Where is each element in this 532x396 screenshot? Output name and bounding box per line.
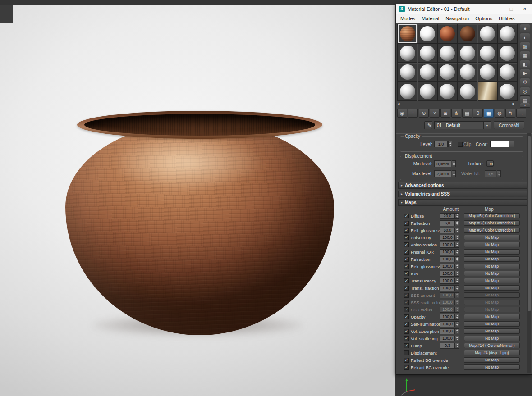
pick-material-eyedropper-icon[interactable]: ✎: [424, 121, 432, 129]
map-enable-checkbox[interactable]: ✓: [404, 314, 409, 319]
max-level-spinner[interactable]: [452, 170, 456, 177]
map-slot-button[interactable]: Map #5 ( Color Correction ): [464, 228, 520, 233]
map-amount-spinner[interactable]: [455, 328, 459, 334]
make-preview-button[interactable]: ▶: [520, 69, 530, 77]
map-amount-field[interactable]: 6,0: [440, 220, 455, 226]
menu-utilities[interactable]: Utilities: [495, 15, 518, 22]
menu-options[interactable]: Options: [472, 15, 495, 22]
map-slot-button[interactable]: No Map: [464, 242, 520, 247]
sample-slot-6[interactable]: [498, 24, 517, 43]
map-amount-field[interactable]: 100,0: [440, 292, 455, 298]
get-material-button[interactable]: ◉: [397, 109, 407, 118]
map-amount-spinner[interactable]: [455, 249, 459, 255]
show-end-result-button[interactable]: ◍: [495, 109, 504, 118]
go-forward-to-sibling-button[interactable]: →: [516, 109, 526, 118]
map-amount-field[interactable]: 100,0: [440, 307, 455, 313]
slot-scroll-right-icon[interactable]: ►: [512, 102, 515, 106]
map-slot-button[interactable]: No Map: [464, 256, 520, 262]
sample-slot-4[interactable]: [458, 24, 477, 43]
map-amount-field[interactable]: 100,0: [440, 235, 455, 241]
map-enable-checkbox[interactable]: ✓: [404, 336, 409, 341]
rollout-advanced-options[interactable]: ▸ Advanced options: [398, 182, 527, 189]
map-enable-checkbox[interactable]: ✓: [404, 264, 409, 269]
map-enable-checkbox[interactable]: ✓: [404, 278, 409, 283]
sample-slot-20[interactable]: [417, 82, 437, 101]
min-level-spinner[interactable]: [452, 160, 456, 167]
sample-slot-2[interactable]: [417, 24, 437, 43]
reset-map-mtl-button[interactable]: ×: [430, 109, 440, 118]
put-material-to-scene-button[interactable]: ↑: [408, 109, 418, 118]
slot-scroll-left-icon[interactable]: ◄: [397, 102, 400, 106]
map-slot-button[interactable]: No Map: [464, 271, 520, 276]
opacity-level-spinner[interactable]: [448, 141, 452, 147]
map-slot-button[interactable]: No Map: [464, 321, 520, 327]
sample-slot-10[interactable]: [458, 44, 477, 63]
map-slot-button[interactable]: No Map: [464, 249, 520, 255]
map-amount-field[interactable]: 100,0: [440, 328, 455, 334]
map-slot-button[interactable]: No Map: [464, 300, 520, 305]
panel-scrollbar[interactable]: [527, 133, 531, 373]
assign-material-to-selection-button[interactable]: ⊙: [419, 109, 429, 118]
sample-slot-14[interactable]: [417, 63, 437, 82]
sample-slot-23[interactable]: [477, 82, 497, 101]
map-enable-checkbox[interactable]: ✓: [404, 365, 409, 370]
make-unique-button[interactable]: ⋔: [451, 109, 461, 118]
put-to-library-button[interactable]: ▤: [462, 109, 472, 118]
map-amount-field[interactable]: 0,3: [440, 343, 455, 349]
menu-navigation[interactable]: Navigation: [442, 15, 472, 22]
map-amount-spinner[interactable]: [455, 213, 459, 219]
map-enable-checkbox[interactable]: ✓: [404, 293, 409, 298]
side-toolbar-more-icon[interactable]: ▼: [520, 103, 530, 108]
map-enable-checkbox[interactable]: ✓: [404, 257, 409, 262]
map-slot-button[interactable]: No Map: [464, 278, 520, 283]
map-slot-button[interactable]: Map #5 ( Color Correction ): [464, 213, 520, 218]
map-amount-field[interactable]: 50,0: [440, 228, 455, 233]
map-enable-checkbox[interactable]: ✓: [404, 322, 409, 327]
map-enable-checkbox[interactable]: ✓: [404, 343, 409, 348]
map-amount-field[interactable]: 20,0: [440, 213, 455, 219]
map-slot-button[interactable]: Map #4 (disp_1.jpg): [464, 350, 520, 355]
opacity-color-map-button[interactable]: [509, 141, 514, 147]
map-slot-button[interactable]: No Map: [464, 292, 520, 298]
menu-modes[interactable]: Modes: [397, 15, 418, 22]
map-amount-field[interactable]: 100,0: [440, 271, 455, 277]
map-enable-checkbox[interactable]: ✓: [404, 286, 409, 291]
map-enable-checkbox[interactable]: ✓: [404, 214, 409, 218]
map-amount-spinner[interactable]: [455, 228, 459, 233]
max-level-field[interactable]: 2,0mm: [434, 170, 451, 177]
clip-checkbox[interactable]: [458, 142, 463, 147]
close-button[interactable]: ×: [518, 5, 532, 14]
water-level-field[interactable]: 0,5: [485, 170, 496, 177]
sample-slot-1[interactable]: [398, 24, 417, 43]
titlebar[interactable]: 3 Material Editor - 01 - Default – □ ×: [396, 4, 532, 14]
sample-type-sphere-button[interactable]: ●: [520, 24, 530, 32]
panel-scrollbar-handle[interactable]: [528, 136, 531, 311]
make-material-copy-button[interactable]: ⊞: [440, 109, 450, 118]
map-slot-button[interactable]: Map #5 ( Color Correction ): [464, 220, 520, 226]
map-enable-checkbox[interactable]: [404, 350, 409, 355]
sample-uv-tiling-button[interactable]: ▦: [520, 51, 530, 59]
viewport[interactable]: [0, 5, 395, 396]
map-amount-field[interactable]: 100,0: [440, 242, 455, 248]
map-amount-spinner[interactable]: [455, 314, 459, 320]
map-amount-field[interactable]: 100,0: [440, 264, 455, 269]
map-amount-spinner[interactable]: [455, 278, 459, 284]
sample-slot-17[interactable]: [477, 63, 497, 82]
sample-slot-12[interactable]: [498, 44, 517, 63]
map-enable-checkbox[interactable]: ✓: [404, 300, 409, 305]
sample-slot-16[interactable]: [458, 63, 477, 82]
map-amount-field[interactable]: 100,0: [440, 278, 455, 284]
sample-slot-11[interactable]: [477, 44, 497, 63]
backlight-button[interactable]: ◐: [520, 33, 530, 41]
map-amount-spinner[interactable]: [455, 242, 459, 248]
map-amount-spinner[interactable]: [455, 271, 459, 277]
map-amount-field[interactable]: 100,0: [440, 336, 455, 341]
sample-slot-13[interactable]: [398, 63, 417, 82]
map-slot-button[interactable]: No Map: [464, 328, 520, 334]
sample-slot-18[interactable]: [498, 63, 517, 82]
material-name-dropdown[interactable]: 01 - Default ▼: [434, 121, 491, 129]
sample-slot-22[interactable]: [458, 82, 477, 101]
map-slot-button[interactable]: No Map: [464, 264, 520, 269]
sample-slot-9[interactable]: [438, 44, 457, 63]
map-amount-field[interactable]: 100,0: [440, 314, 455, 320]
